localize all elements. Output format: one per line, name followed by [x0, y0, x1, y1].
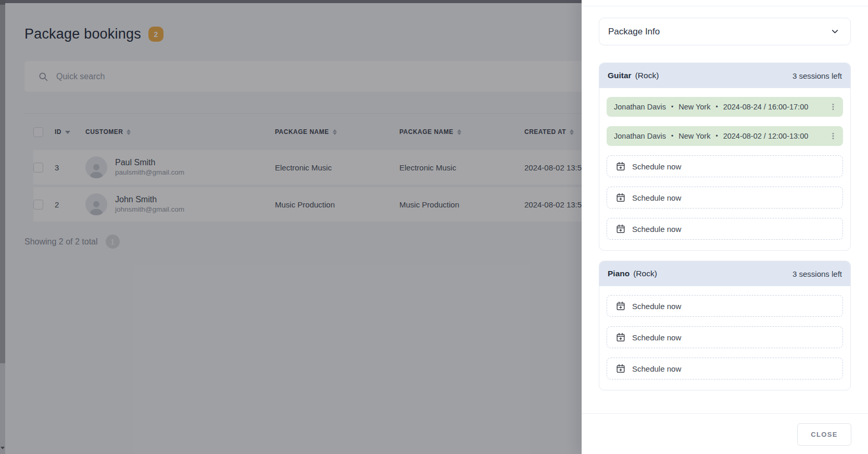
drawer-top-divider — [582, 6, 868, 6]
calendar-plus-icon — [616, 193, 625, 202]
genre-label: (Rock) — [635, 71, 659, 80]
booking-location: New York — [678, 132, 710, 140]
booking-time: 2024-08-02 / 12:00-13:00 — [723, 132, 809, 140]
drawer-body: Package Info Guitar(Rock) 3 sessions lef… — [582, 18, 868, 390]
close-button[interactable]: CLOSE — [797, 423, 851, 446]
package-section-header: Piano(Rock) 3 sessions left — [599, 261, 850, 286]
instrument-name: Piano — [608, 269, 630, 278]
page-scrollbar[interactable] — [0, 0, 5, 454]
booking-location: New York — [678, 103, 710, 111]
schedule-now-button[interactable]: Schedule now — [607, 187, 843, 208]
booking-time: 2024-08-24 / 16:00-17:00 — [723, 103, 809, 111]
chevron-down-icon[interactable] — [830, 27, 840, 36]
kebab-menu-icon — [829, 103, 837, 111]
package-info-drawer: Package Info Guitar(Rock) 3 sessions lef… — [582, 0, 868, 454]
accordion-title: Package Info — [608, 27, 660, 37]
calendar-plus-icon — [616, 301, 625, 311]
scrollbar-down-arrow-icon[interactable] — [1, 447, 5, 449]
booked-session: Jonathan Davis • New York • 2024-08-02 /… — [607, 126, 843, 146]
scrollbar-thumb[interactable] — [0, 5, 5, 363]
schedule-now-button[interactable]: Schedule now — [607, 326, 843, 348]
calendar-plus-icon — [616, 162, 625, 171]
app-viewport: Package bookings 2 ID CUSTOMER — [0, 0, 868, 454]
genre-label: (Rock) — [633, 269, 657, 278]
calendar-plus-icon — [616, 224, 625, 234]
booked-session: Jonathan Davis • New York • 2024-08-24 /… — [607, 97, 843, 117]
booking-actions-button[interactable] — [826, 100, 840, 114]
scrollbar-top-button[interactable] — [0, 0, 5, 5]
calendar-plus-icon — [616, 364, 625, 373]
schedule-now-button[interactable]: Schedule now — [607, 155, 843, 177]
schedule-now-button[interactable]: Schedule now — [607, 358, 843, 379]
booking-teacher: Jonathan Davis — [614, 103, 666, 111]
drawer-footer: CLOSE — [582, 413, 868, 454]
sessions-left-label: 3 sessions left — [792, 269, 842, 278]
sessions-left-label: 3 sessions left — [792, 71, 842, 80]
separator-dot: • — [671, 132, 673, 140]
schedule-now-button[interactable]: Schedule now — [607, 218, 843, 240]
calendar-plus-icon — [616, 333, 625, 342]
instrument-name: Guitar — [608, 71, 632, 80]
package-section-guitar: Guitar(Rock) 3 sessions left Jonathan Da… — [599, 63, 851, 251]
schedule-now-button[interactable]: Schedule now — [607, 295, 843, 317]
separator-dot: • — [715, 103, 718, 111]
booking-actions-button[interactable] — [826, 129, 840, 143]
package-section-header: Guitar(Rock) 3 sessions left — [599, 63, 850, 88]
kebab-menu-icon — [829, 132, 837, 140]
package-info-accordion[interactable]: Package Info — [599, 18, 851, 45]
separator-dot: • — [671, 103, 673, 111]
separator-dot: • — [715, 132, 718, 140]
package-section-piano: Piano(Rock) 3 sessions left Schedule now — [599, 261, 851, 390]
booking-teacher: Jonathan Davis — [614, 132, 666, 140]
